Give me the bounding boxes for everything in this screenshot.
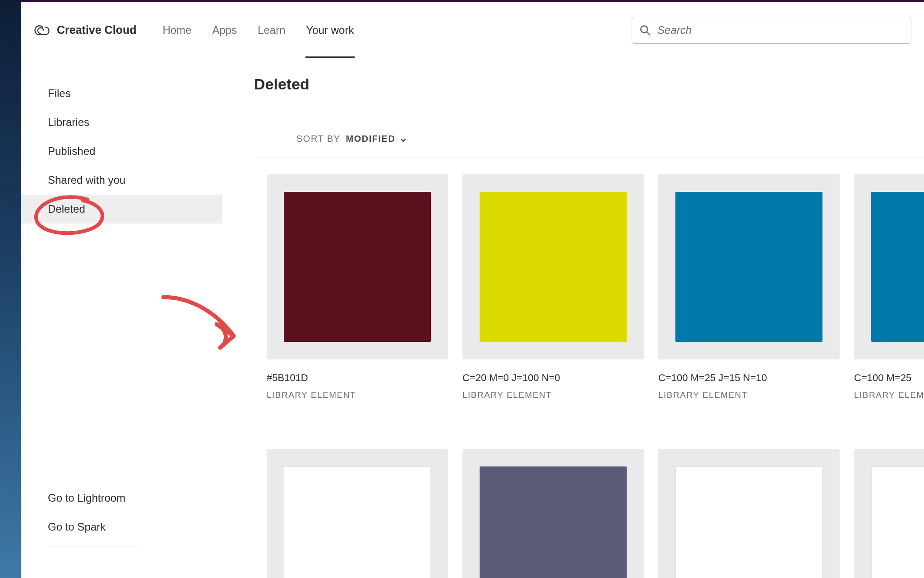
chevron-down-icon bbox=[400, 135, 407, 143]
color-swatch bbox=[480, 192, 627, 342]
primary-nav: Home Apps Learn Your work bbox=[162, 2, 355, 58]
color-swatch bbox=[675, 192, 822, 342]
card-thumb bbox=[462, 449, 644, 578]
grid-row-1: #5B101D LIBRARY ELEMENT C=20 M=0 J=100 N… bbox=[254, 158, 924, 400]
brand: Creative Cloud bbox=[34, 23, 136, 37]
card-title: C=20 M=0 J=100 N=0 bbox=[462, 372, 644, 384]
card-title: C=100 M=25 bbox=[854, 372, 924, 384]
color-swatch bbox=[871, 192, 924, 342]
app-header: Creative Cloud Home Apps Learn Your work bbox=[21, 2, 924, 58]
nav-home[interactable]: Home bbox=[162, 2, 192, 58]
card-subtype: LIBRARY ELEMENT bbox=[267, 390, 448, 400]
color-swatch bbox=[871, 466, 924, 578]
link-go-to-lightroom[interactable]: Go to Lightroom bbox=[48, 484, 222, 513]
search-icon bbox=[639, 24, 651, 36]
library-element-card[interactable]: C=20 M=0 J=100 N=0 LIBRARY ELEMENT bbox=[462, 174, 644, 400]
sidebar-list: Files Libraries Published Shared with yo… bbox=[21, 79, 222, 224]
card-subtype: LIBRARY ELEMENT bbox=[658, 390, 840, 400]
svg-line-1 bbox=[647, 32, 650, 35]
library-element-card[interactable]: #5B101D LIBRARY ELEMENT bbox=[267, 174, 448, 400]
app-body: Files Libraries Published Shared with yo… bbox=[21, 58, 924, 578]
app-window: Creative Cloud Home Apps Learn Your work bbox=[21, 0, 924, 578]
card-thumb bbox=[854, 449, 924, 578]
nav-learn[interactable]: Learn bbox=[257, 2, 286, 58]
color-swatch bbox=[480, 466, 627, 578]
brand-name: Creative Cloud bbox=[57, 23, 136, 37]
sort-dropdown[interactable]: MODIFIED bbox=[346, 134, 407, 144]
sidebar-item-shared[interactable]: Shared with you bbox=[21, 166, 222, 195]
sidebar: Files Libraries Published Shared with yo… bbox=[21, 58, 222, 578]
sidebar-item-libraries[interactable]: Libraries bbox=[21, 108, 222, 137]
color-swatch bbox=[284, 192, 431, 342]
sidebar-divider bbox=[48, 546, 138, 546]
search-input[interactable] bbox=[657, 24, 904, 37]
main-content: Deleted SORT BY MODIFIED #5B101D L bbox=[222, 58, 924, 578]
svg-point-0 bbox=[641, 26, 647, 33]
sort-row: SORT BY MODIFIED bbox=[254, 93, 924, 155]
card-thumb bbox=[267, 174, 448, 359]
nav-your-work[interactable]: Your work bbox=[305, 2, 355, 58]
card-thumb bbox=[854, 174, 924, 359]
card-thumb bbox=[267, 449, 448, 578]
library-element-card[interactable] bbox=[854, 449, 924, 578]
card-thumb bbox=[462, 174, 644, 359]
sidebar-item-files[interactable]: Files bbox=[21, 79, 222, 108]
creative-cloud-logo-icon bbox=[34, 25, 50, 36]
card-subtype: LIBRARY ELEMENT bbox=[854, 390, 924, 400]
sidebar-item-published[interactable]: Published bbox=[21, 137, 222, 166]
link-go-to-spark[interactable]: Go to Spark bbox=[48, 513, 222, 541]
card-subtype: LIBRARY ELEMENT bbox=[462, 390, 644, 400]
library-element-card[interactable] bbox=[462, 449, 644, 578]
sidebar-footer: Go to Lightroom Go to Spark bbox=[21, 484, 222, 578]
search-container bbox=[632, 17, 911, 44]
card-title: C=100 M=25 J=15 N=10 bbox=[658, 372, 840, 384]
color-swatch bbox=[284, 466, 431, 578]
card-thumb bbox=[658, 174, 840, 359]
sort-value-text: MODIFIED bbox=[346, 134, 396, 144]
sidebar-item-deleted[interactable]: Deleted bbox=[21, 195, 222, 224]
grid-row-2 bbox=[254, 400, 924, 578]
library-element-card[interactable] bbox=[267, 449, 448, 578]
color-swatch bbox=[675, 466, 822, 578]
sort-by-label: SORT BY bbox=[296, 134, 341, 144]
page-title: Deleted bbox=[254, 75, 924, 93]
card-thumb bbox=[658, 449, 840, 578]
library-element-card[interactable] bbox=[658, 449, 840, 578]
card-title: #5B101D bbox=[267, 372, 448, 384]
nav-apps[interactable]: Apps bbox=[211, 2, 238, 58]
search-box[interactable] bbox=[632, 17, 911, 44]
library-element-card[interactable]: C=100 M=25 LIBRARY ELEMENT bbox=[854, 174, 924, 400]
library-element-card[interactable]: C=100 M=25 J=15 N=10 LIBRARY ELEMENT bbox=[658, 174, 840, 400]
